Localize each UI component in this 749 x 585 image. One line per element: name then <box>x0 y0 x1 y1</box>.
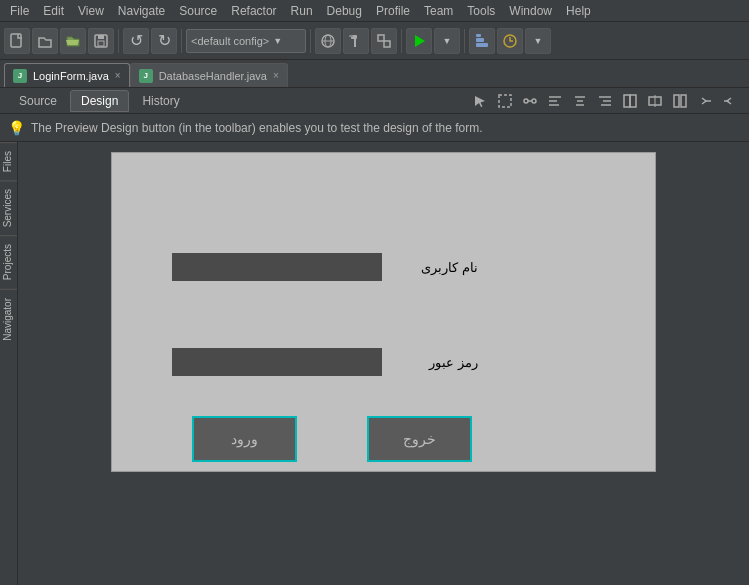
menu-team[interactable]: Team <box>418 2 459 20</box>
java-file-icon-2: J <box>139 69 153 83</box>
connection-tool-button[interactable] <box>519 90 541 112</box>
svg-rect-32 <box>630 95 636 107</box>
resize-button[interactable] <box>619 90 641 112</box>
menu-view[interactable]: View <box>72 2 110 20</box>
open-file-button[interactable] <box>60 28 86 54</box>
username-row: نام کاربری <box>172 253 478 281</box>
svg-rect-31 <box>624 95 630 107</box>
menu-help[interactable]: Help <box>560 2 597 20</box>
menu-tools[interactable]: Tools <box>461 2 501 20</box>
file-tabs-bar: J LoginForm.java × J DatabaseHandler.jav… <box>0 60 749 88</box>
svg-rect-8 <box>354 38 356 47</box>
align-left-button[interactable] <box>544 90 566 112</box>
menu-navigate[interactable]: Navigate <box>112 2 171 20</box>
svg-rect-13 <box>476 43 488 47</box>
svg-point-20 <box>532 99 536 103</box>
profile-dropdown-button[interactable]: ▼ <box>525 28 551 54</box>
design-toolbar-icons <box>469 90 741 112</box>
svg-rect-9 <box>349 35 353 37</box>
redo-button[interactable]: ↻ <box>151 28 177 54</box>
align-right-button[interactable] <box>594 90 616 112</box>
services-panel-label[interactable]: Services <box>0 180 17 235</box>
username-input[interactable] <box>172 253 382 281</box>
tab-loginform-close[interactable]: × <box>115 70 121 81</box>
config-dropdown[interactable]: <default config> ▼ <box>186 29 306 53</box>
info-bar: 💡 The Preview Design button (in the tool… <box>0 114 749 142</box>
menu-source[interactable]: Source <box>173 2 223 20</box>
clean-button[interactable] <box>371 28 397 54</box>
form-canvas: نام کاربری رمز عبور ورود خروج <box>111 152 656 472</box>
svg-rect-18 <box>499 95 511 107</box>
align-center-button[interactable] <box>569 90 591 112</box>
bulb-icon: 💡 <box>8 120 25 136</box>
svg-rect-2 <box>98 35 104 39</box>
tab-loginform[interactable]: J LoginForm.java × <box>4 63 130 87</box>
exit-button[interactable]: خروج <box>367 416 472 462</box>
tab-history[interactable]: History <box>131 90 190 112</box>
svg-rect-11 <box>384 41 390 47</box>
menu-profile[interactable]: Profile <box>370 2 416 20</box>
menu-refactor[interactable]: Refactor <box>225 2 282 20</box>
profile-button[interactable] <box>497 28 523 54</box>
outdent-button[interactable] <box>719 90 741 112</box>
password-label: رمز عبور <box>398 355 478 370</box>
build2-button[interactable] <box>469 28 495 54</box>
stretch-button[interactable] <box>644 90 666 112</box>
buttons-row: ورود خروج <box>192 416 472 462</box>
dropdown-arrow-icon: ▼ <box>273 36 282 46</box>
cursor-tool-button[interactable] <box>469 90 491 112</box>
view-tabs-bar: Source Design History <box>0 88 749 114</box>
svg-rect-35 <box>674 95 679 107</box>
projects-panel-label[interactable]: Projects <box>0 235 17 288</box>
hammer-button[interactable] <box>343 28 369 54</box>
select-tool-button[interactable] <box>494 90 516 112</box>
svg-rect-10 <box>378 35 384 41</box>
canvas-area: نام کاربری رمز عبور ورود خروج <box>18 142 749 585</box>
menu-file[interactable]: File <box>4 2 35 20</box>
group-button[interactable] <box>669 90 691 112</box>
svg-rect-36 <box>681 95 686 107</box>
toolbar-sep-2 <box>181 29 182 53</box>
save-button[interactable] <box>88 28 114 54</box>
info-message: The Preview Design button (in the toolba… <box>31 121 483 135</box>
open-project-button[interactable] <box>32 28 58 54</box>
run-button[interactable] <box>406 28 432 54</box>
new-file-button[interactable] <box>4 28 30 54</box>
indent-button[interactable] <box>694 90 716 112</box>
menu-edit[interactable]: Edit <box>37 2 70 20</box>
toolbar-sep-3 <box>310 29 311 53</box>
menubar: File Edit View Navigate Source Refactor … <box>0 0 749 22</box>
username-label: نام کاربری <box>398 260 478 275</box>
password-row: رمز عبور <box>172 348 478 376</box>
main-area: Files Services Projects Navigator نام کا… <box>0 142 749 585</box>
svg-rect-0 <box>11 34 21 47</box>
java-file-icon-1: J <box>13 69 27 83</box>
toolbar-sep-4 <box>401 29 402 53</box>
menu-run[interactable]: Run <box>285 2 319 20</box>
globe-button[interactable] <box>315 28 341 54</box>
tab-loginform-label: LoginForm.java <box>33 70 109 82</box>
menu-debug[interactable]: Debug <box>321 2 368 20</box>
svg-rect-15 <box>476 34 481 37</box>
toolbar-sep-5 <box>464 29 465 53</box>
run-dropdown-button[interactable]: ▼ <box>434 28 460 54</box>
password-input[interactable] <box>172 348 382 376</box>
tab-design[interactable]: Design <box>70 90 129 112</box>
svg-marker-12 <box>415 35 425 47</box>
toolbar-sep-1 <box>118 29 119 53</box>
svg-marker-17 <box>475 96 485 107</box>
navigator-panel-label[interactable]: Navigator <box>0 289 17 349</box>
tab-source[interactable]: Source <box>8 90 68 112</box>
tab-databasehandler-close[interactable]: × <box>273 70 279 81</box>
login-button[interactable]: ورود <box>192 416 297 462</box>
files-panel-label[interactable]: Files <box>0 142 17 180</box>
tab-databasehandler[interactable]: J DatabaseHandler.java × <box>130 63 288 87</box>
toolbar: ↺ ↻ <default config> ▼ ▼ ▼ <box>0 22 749 60</box>
undo-button[interactable]: ↺ <box>123 28 149 54</box>
svg-rect-3 <box>98 41 104 46</box>
left-sidebar: Files Services Projects Navigator <box>0 142 18 585</box>
tab-databasehandler-label: DatabaseHandler.java <box>159 70 267 82</box>
menu-window[interactable]: Window <box>503 2 558 20</box>
svg-rect-14 <box>476 38 484 42</box>
svg-point-19 <box>524 99 528 103</box>
